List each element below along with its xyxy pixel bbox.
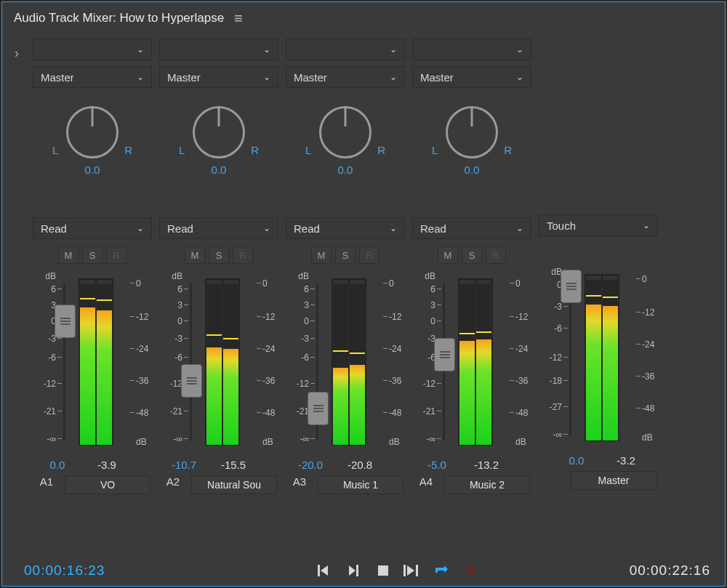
pan-knob[interactable] (446, 106, 498, 158)
pan-value[interactable]: 0.0 (85, 164, 100, 176)
timecode-current[interactable]: 00:00:16:23 (24, 563, 105, 579)
svg-marker-2 (349, 565, 356, 576)
track-name-input[interactable]: Music 2 (444, 475, 530, 494)
pan-value[interactable]: 0.0 (465, 164, 480, 176)
chevron-down-icon: ⌄ (137, 44, 144, 55)
pan-knob[interactable] (66, 106, 119, 158)
peak-value: -20.8 (340, 459, 380, 471)
pan-zone: LR 0.0 (31, 94, 153, 188)
chevron-down-icon: ⌄ (263, 72, 270, 82)
record-button[interactable]: R (233, 246, 253, 264)
pan-knob[interactable] (319, 106, 371, 158)
panel-header: Audio Track Mixer: How to Hyperlapse ≡ (2, 2, 725, 34)
record-button[interactable]: R (359, 246, 379, 264)
level-meter (332, 278, 366, 446)
step-back-icon[interactable] (345, 563, 363, 579)
insert-select[interactable]: - ⌄ (412, 39, 531, 60)
master-strip: Touch⌄ dB 0 -3 -6 -12 -18 -27 -∞ (537, 39, 659, 555)
track-name-input[interactable]: Natural Sou (191, 475, 277, 494)
stop-icon[interactable] (374, 563, 392, 579)
automation-select[interactable]: Read⌄ (159, 217, 278, 239)
send-select[interactable]: Master⌄ (159, 66, 278, 88)
timecode-duration: 00:00:22:16 (630, 563, 710, 579)
track-name-input[interactable]: Music 1 (318, 475, 403, 494)
send-label: Master (167, 71, 201, 84)
mute-button[interactable]: M (58, 246, 79, 264)
track-name-input[interactable]: Master (571, 471, 656, 490)
automation-select[interactable]: Read⌄ (286, 217, 405, 239)
chevron-down-icon: ⌄ (643, 220, 650, 230)
track-strip-A3: - ⌄ Master⌄ LR0.0 Read⌄ MSR dB 6 3 0 -3 … (284, 39, 406, 555)
play-in-to-out-icon[interactable] (403, 563, 421, 579)
chevron-down-icon: ⌄ (390, 44, 397, 55)
insert-select[interactable]: - ⌄ (286, 39, 405, 60)
track-strip-A1: - ⌄ Master⌄ LR 0.0 Read⌄ M S R dB (31, 39, 153, 555)
mute-button[interactable]: M (438, 246, 458, 264)
fader-value[interactable]: -20.0 (290, 459, 331, 471)
automation-select[interactable]: Touch⌄ (539, 214, 658, 236)
msr-buttons: M S R (31, 246, 153, 264)
fader-handle[interactable] (181, 364, 202, 398)
send-label: Master (41, 71, 74, 84)
track-id: A2 (161, 475, 185, 494)
chevron-down-icon: ⌄ (137, 223, 144, 233)
track-id: A3 (287, 475, 312, 494)
level-meter (458, 278, 493, 446)
chevron-down-icon: ⌄ (137, 72, 144, 82)
track-id: A4 (414, 475, 438, 494)
fader-value[interactable]: 0.0 (37, 459, 78, 471)
level-meter (585, 274, 619, 441)
send-select[interactable]: Master⌄ (286, 66, 405, 88)
fader-handle[interactable] (434, 338, 455, 371)
transport-controls (316, 563, 479, 579)
solo-button[interactable]: S (335, 246, 356, 264)
fader-value[interactable]: -5.0 (417, 459, 457, 471)
svg-rect-7 (416, 565, 418, 576)
pan-value[interactable]: 0.0 (212, 164, 227, 176)
mute-button[interactable]: M (185, 246, 205, 264)
panel-menu-icon[interactable]: ≡ (234, 10, 241, 27)
svg-rect-4 (378, 565, 388, 576)
record-button[interactable]: R (486, 246, 506, 264)
solo-button[interactable]: S (462, 246, 482, 264)
level-meter (205, 278, 240, 446)
record-icon[interactable] (462, 563, 479, 579)
svg-rect-0 (318, 565, 320, 576)
insert-select[interactable]: - ⌄ (33, 39, 152, 60)
track-strip-A2: - ⌄ Master⌄ LR0.0 Read⌄ MSR dB 6 3 0 -3 … (158, 39, 280, 555)
go-to-in-icon[interactable] (316, 563, 334, 579)
track-name-input[interactable]: VO (65, 475, 150, 494)
record-button[interactable]: R (106, 246, 126, 264)
send-select[interactable]: Master⌄ (33, 66, 152, 88)
automation-label: Read (41, 222, 67, 235)
svg-marker-1 (321, 565, 328, 576)
chevron-down-icon: ⌄ (516, 72, 523, 82)
chevron-down-icon: ⌄ (516, 223, 523, 233)
channel-strips: - ⌄ Master⌄ LR 0.0 Read⌄ M S R dB (31, 34, 659, 555)
send-select[interactable]: Master⌄ (412, 66, 531, 88)
svg-point-8 (465, 565, 475, 576)
fader-handle[interactable] (561, 270, 582, 303)
fader-track[interactable] (190, 283, 192, 441)
track-id (540, 471, 565, 490)
peak-value: -15.5 (213, 459, 254, 471)
solo-button[interactable]: S (82, 246, 103, 264)
mute-button[interactable]: M (311, 246, 332, 264)
solo-button[interactable]: S (209, 246, 229, 264)
pan-value[interactable]: 0.0 (338, 164, 353, 176)
chevron-right-icon[interactable]: › (15, 46, 19, 61)
chevron-down-icon: ⌄ (390, 72, 397, 82)
automation-select[interactable]: Read⌄ (33, 217, 152, 239)
chevron-down-icon: ⌄ (516, 44, 523, 55)
pan-knob[interactable] (193, 106, 245, 158)
audio-track-mixer-panel: Audio Track Mixer: How to Hyperlapse ≡ ›… (1, 1, 726, 587)
fader-handle[interactable] (55, 305, 76, 338)
automation-select[interactable]: Read⌄ (412, 217, 531, 239)
fader-value[interactable]: -10.7 (164, 459, 204, 471)
loop-icon[interactable] (433, 563, 450, 579)
fader-value[interactable]: 0.0 (556, 454, 597, 467)
transport-bar: 00:00:16:23 00:00:22:16 (2, 555, 725, 586)
fader-handle[interactable] (308, 392, 329, 425)
insert-select[interactable]: - ⌄ (159, 39, 278, 60)
peak-value: -3.9 (87, 459, 127, 471)
